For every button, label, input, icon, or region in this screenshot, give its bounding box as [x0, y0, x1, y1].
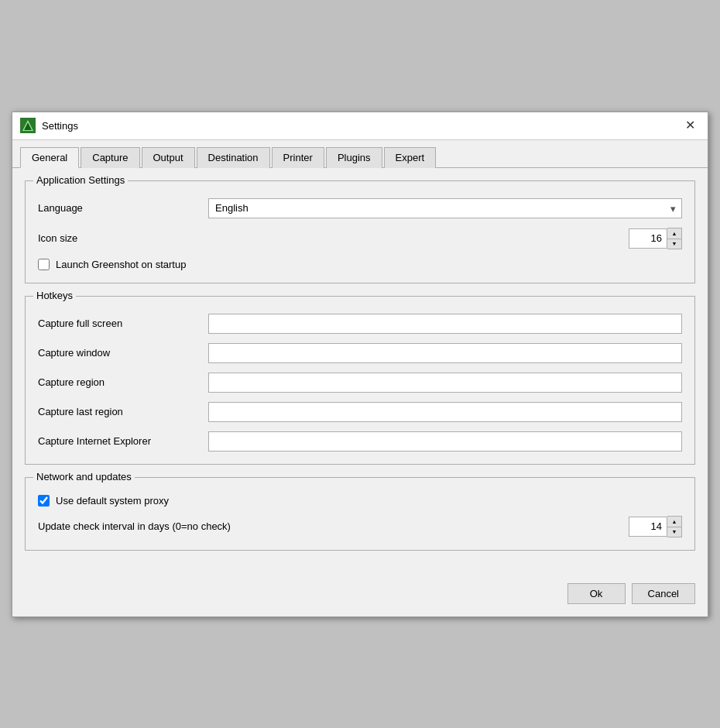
proxy-label: Use default system proxy — [56, 495, 169, 507]
startup-row: Launch Greenshot on startup — [38, 259, 682, 270]
update-interval-label: Update check interval in days (0=no chec… — [38, 520, 231, 532]
window-title: Settings — [42, 120, 78, 132]
icon-size-control: ▲ ▼ — [208, 228, 682, 249]
ok-button[interactable]: Ok — [567, 583, 626, 604]
content-area: Application Settings Language English Ic… — [12, 168, 708, 575]
hotkey-region-input[interactable] — [208, 373, 682, 393]
tab-general[interactable]: General — [20, 147, 79, 168]
update-interval-row: Update check interval in days (0=no chec… — [38, 516, 682, 537]
language-row: Language English — [38, 198, 682, 218]
hotkey-window-label: Capture window — [38, 347, 208, 359]
settings-window: Settings ✕ General Capture Output Destin… — [12, 112, 708, 617]
startup-label: Launch Greenshot on startup — [56, 259, 186, 270]
hotkey-ie-input[interactable] — [208, 431, 682, 452]
icon-size-input[interactable] — [629, 228, 667, 249]
tab-plugins[interactable]: Plugins — [326, 147, 382, 168]
hotkey-region-row: Capture region — [38, 373, 682, 393]
hotkey-ie-row: Capture Internet Explorer — [38, 431, 682, 452]
language-label: Language — [38, 202, 208, 214]
hotkey-window-input[interactable] — [208, 343, 682, 363]
application-settings-section: Application Settings Language English Ic… — [25, 180, 695, 283]
hotkey-region-label: Capture region — [38, 376, 208, 388]
tab-capture[interactable]: Capture — [81, 147, 139, 168]
startup-checkbox[interactable] — [38, 259, 50, 270]
hotkey-region-control — [208, 373, 682, 393]
update-interval-up-button[interactable]: ▲ — [667, 517, 681, 527]
cancel-button[interactable]: Cancel — [632, 583, 695, 604]
icon-size-row: Icon size ▲ ▼ — [38, 228, 682, 249]
icon-size-spinner-buttons: ▲ ▼ — [667, 228, 682, 249]
footer: Ok Cancel — [12, 575, 708, 616]
tab-expert[interactable]: Expert — [384, 147, 437, 168]
update-interval-input[interactable] — [629, 517, 667, 537]
tab-output[interactable]: Output — [142, 147, 195, 168]
icon-size-label: Icon size — [38, 232, 208, 244]
hotkeys-title: Hotkeys — [33, 290, 76, 301]
hotkey-fullscreen-control — [208, 314, 682, 334]
hotkey-ie-label: Capture Internet Explorer — [38, 435, 208, 447]
network-updates-section: Network and updates Use default system p… — [25, 477, 695, 551]
proxy-row: Use default system proxy — [38, 495, 682, 507]
icon-size-up-button[interactable]: ▲ — [667, 228, 681, 239]
tabs-container: General Capture Output Destination Print… — [12, 140, 708, 168]
tab-printer[interactable]: Printer — [272, 147, 324, 168]
application-settings-title: Application Settings — [33, 174, 128, 186]
proxy-checkbox[interactable] — [38, 495, 50, 507]
title-bar-left: Settings — [20, 118, 78, 133]
hotkey-fullscreen-label: Capture full screen — [38, 318, 208, 329]
hotkey-ie-control — [208, 431, 682, 452]
title-bar: Settings ✕ — [12, 112, 708, 140]
language-select-wrapper: English — [208, 198, 682, 218]
hotkey-window-control — [208, 343, 682, 363]
language-control: English — [208, 198, 682, 218]
close-button[interactable]: ✕ — [681, 118, 700, 133]
update-interval-spinner-buttons: ▲ ▼ — [667, 516, 682, 537]
update-interval-control: ▲ ▼ — [231, 516, 682, 537]
update-interval-down-button[interactable]: ▼ — [667, 527, 681, 537]
hotkey-lastregion-label: Capture last region — [38, 406, 208, 417]
update-interval-spinner: ▲ ▼ — [231, 516, 682, 537]
hotkeys-section: Hotkeys Capture full screen Capture wind… — [25, 296, 695, 465]
icon-size-spinner: ▲ ▼ — [208, 228, 682, 249]
hotkey-fullscreen-input[interactable] — [208, 314, 682, 334]
hotkey-lastregion-row: Capture last region — [38, 402, 682, 422]
icon-size-down-button[interactable]: ▼ — [667, 239, 681, 249]
app-icon — [20, 118, 36, 133]
hotkey-fullscreen-row: Capture full screen — [38, 314, 682, 334]
hotkey-lastregion-control — [208, 402, 682, 422]
hotkey-lastregion-input[interactable] — [208, 402, 682, 422]
language-select[interactable]: English — [208, 198, 682, 218]
network-updates-title: Network and updates — [33, 471, 135, 482]
tab-destination[interactable]: Destination — [197, 147, 270, 168]
hotkey-window-row: Capture window — [38, 343, 682, 363]
